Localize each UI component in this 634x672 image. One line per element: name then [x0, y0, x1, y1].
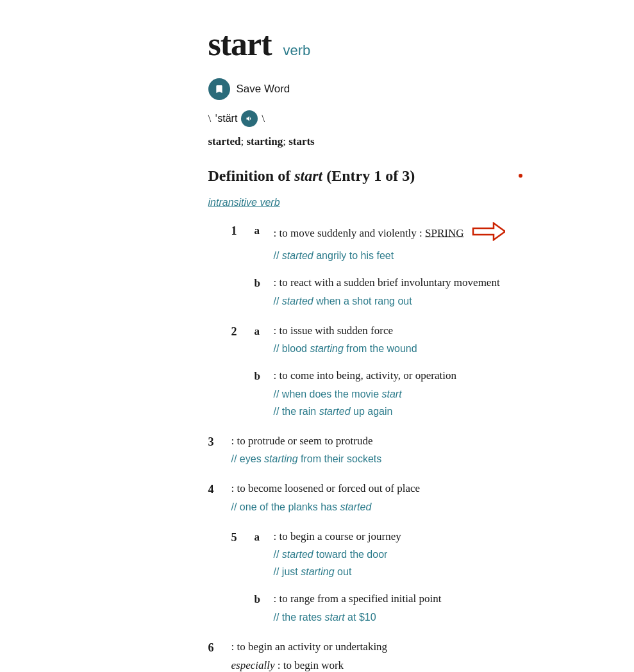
def-content-3: : to protrude or seem to protrude // eye…	[231, 433, 522, 469]
def-text-3: : to protrude or seem to protrude	[231, 433, 522, 449]
example-2b-1: // when does the movie start	[274, 387, 522, 402]
word-title: start	[208, 19, 272, 69]
inflection-starts: starts	[288, 135, 315, 147]
def-text-2b: : to come into being, activity, or opera…	[274, 367, 522, 384]
def-num-4: 4	[208, 480, 231, 498]
pron-text: ˈstärt	[215, 111, 237, 126]
def-content-2a: : to issue with sudden force // blood st…	[274, 323, 522, 359]
def-content-5b: : to range from a specified initial poin…	[274, 591, 522, 627]
page-container: start verb Save Word \ ˈstärt \ started;…	[93, 0, 542, 672]
def-entry-2: 2 a : to issue with sudden force // bloo…	[208, 323, 522, 421]
def-sub-entry-1b: 1 b : to react with a sudden brief invol…	[231, 274, 522, 311]
def-content-1b: : to react with a sudden brief involunta…	[274, 274, 522, 311]
def-content-1a: : to move suddenly and violently : SPRIN…	[274, 222, 522, 266]
audio-button[interactable]	[241, 110, 258, 127]
def-sub-entry-2a: 2 a : to issue with sudden force // bloo…	[231, 323, 522, 359]
example-5a-2: // just starting out	[274, 564, 522, 580]
def-letter-1b: b	[254, 274, 274, 292]
bookmark-icon	[214, 84, 224, 94]
def-sub-entry-2b: 2 b : to come into being, activity, or o…	[231, 367, 522, 421]
svg-marker-0	[473, 223, 505, 240]
example-1a-1: // started angrily to his feet	[274, 248, 522, 264]
inflection-started: started	[208, 135, 241, 147]
def-letter-1a: a	[254, 222, 274, 239]
inflections: started; starting; starts	[208, 133, 522, 150]
def-text-5a: : to begin a course or journey	[274, 528, 522, 545]
pronunciation-row: \ ˈstärt \	[208, 110, 522, 127]
def-subgroup-2: 2 a : to issue with sudden force // bloo…	[231, 323, 522, 421]
example-4-1: // one of the planks has started	[231, 500, 522, 515]
word-pos: verb	[283, 40, 310, 61]
def-subgroup-1: 1 a : to move suddenly and violently : S…	[231, 222, 522, 311]
save-word-icon[interactable]	[208, 78, 230, 100]
def-subgroup-5: 5 a : to begin a course or journey // st…	[231, 528, 522, 627]
word-title-row: start verb	[208, 19, 522, 69]
pron-backslash-close: \	[262, 110, 265, 127]
example-1b-1: // started when a shot rang out	[274, 294, 522, 309]
spring-link[interactable]: SPRING	[425, 226, 463, 239]
def-content-2b: : to come into being, activity, or opera…	[274, 367, 522, 421]
def-num-2: 2	[231, 323, 254, 340]
example-5a-1: // started toward the door	[274, 547, 522, 562]
def-text-5b: : to range from a specified initial poin…	[274, 591, 522, 607]
def-content-5a: : to begin a course or journey // starte…	[274, 528, 522, 582]
def-entry-4: 4 : to become loosened or forced out of …	[208, 480, 522, 517]
def-text-6-extra: especially : to begin work	[231, 657, 522, 672]
inflection-starting: starting	[246, 135, 283, 147]
def-entry-5: 5 a : to begin a course or journey // st…	[208, 528, 522, 627]
def-entry-6: 6 : to begin an activity or undertaking …	[208, 639, 522, 673]
def-content-4: : to become loosened or forced out of pl…	[231, 480, 522, 517]
definition-heading-word: start	[294, 167, 322, 184]
def-row-6: 6 : to begin an activity or undertaking …	[208, 639, 522, 673]
arrow-icon	[472, 222, 505, 246]
def-letter-2a: a	[254, 323, 274, 340]
def-num-1: 1	[231, 222, 254, 240]
def-text-1a: : to move suddenly and violently : SPRIN…	[274, 222, 522, 246]
def-letter-5a: a	[254, 528, 274, 546]
def-num-3: 3	[208, 433, 231, 451]
def-num-5: 5	[231, 528, 254, 546]
save-word-label[interactable]: Save Word	[237, 81, 290, 97]
example-2b-2: // the rain started up again	[274, 404, 522, 419]
def-text-4: : to become loosened or forced out of pl…	[231, 480, 522, 497]
dot-menu[interactable]	[519, 174, 522, 178]
def-sub-entry-5b: 5 b : to range from a specified initial …	[231, 591, 522, 627]
def-text-2a: : to issue with sudden force	[274, 323, 522, 339]
def-row-4: 4 : to become loosened or forced out of …	[208, 480, 522, 517]
def-sub-entry-5a: 5 a : to begin a course or journey // st…	[231, 528, 522, 582]
def-entry-3: 3 : to protrude or seem to protrude // e…	[208, 433, 522, 469]
example-3-1: // eyes starting from their sockets	[231, 451, 522, 467]
save-word-row[interactable]: Save Word	[208, 78, 522, 100]
def-num-6: 6	[208, 639, 231, 657]
def-text-6: : to begin an activity or undertaking	[231, 639, 522, 655]
def-letter-5b: b	[254, 591, 274, 608]
def-text-1b: : to react with a sudden brief involunta…	[274, 274, 522, 291]
example-5b-1: // the rates start at $10	[274, 610, 522, 625]
definition-heading-text: Definition of start (Entry 1 of 3)	[208, 164, 415, 187]
pos-label[interactable]: intransitive verb	[208, 195, 522, 210]
def-entry-1: 1 a : to move suddenly and violently : S…	[208, 222, 522, 311]
definition-heading: Definition of start (Entry 1 of 3)	[208, 164, 522, 187]
def-letter-2b: b	[254, 367, 274, 385]
pron-backslash-open: \	[208, 110, 212, 127]
def-row-3: 3 : to protrude or seem to protrude // e…	[208, 433, 522, 469]
example-2a-1: // blood starting from the wound	[274, 341, 522, 357]
def-content-6: : to begin an activity or undertaking es…	[231, 639, 522, 673]
def-sub-entry-1a: 1 a : to move suddenly and violently : S…	[231, 222, 522, 266]
speaker-icon	[246, 115, 253, 122]
definitions-list: 1 a : to move suddenly and violently : S…	[208, 222, 522, 673]
